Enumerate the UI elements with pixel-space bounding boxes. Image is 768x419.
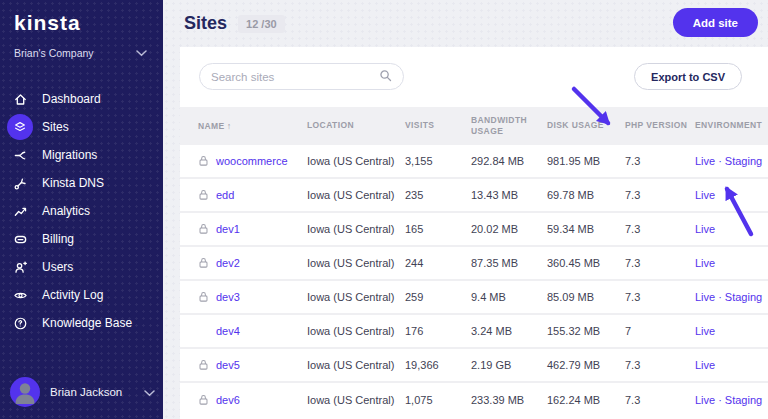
user-menu[interactable]: Brian Jackson xyxy=(10,377,155,407)
sites-card: Export to CSV Name↑ Location Visits Band… xyxy=(180,47,768,419)
staging-link[interactable]: Staging xyxy=(725,291,762,303)
environment-cell: Live xyxy=(695,223,760,235)
sidebar-item-billing[interactable]: Billing xyxy=(0,225,163,253)
table-row[interactable]: woocommerce Iowa (US Central) 3,155 292.… xyxy=(180,145,768,179)
sidebar-item-kinsta-dns[interactable]: Kinsta DNS xyxy=(0,169,163,197)
live-link[interactable]: Live xyxy=(695,291,715,303)
sidebar-nav: Dashboard Sites Migrations Kinsta DNS xyxy=(0,85,163,337)
sidebar-item-label: Billing xyxy=(42,232,74,246)
sidebar-item-analytics[interactable]: Analytics xyxy=(0,197,163,225)
visits-cell: 1,075 xyxy=(405,394,471,406)
column-header-php[interactable]: PHP Version xyxy=(625,120,695,131)
live-link[interactable]: Live xyxy=(695,257,715,269)
visits-cell: 235 xyxy=(405,189,471,201)
billing-icon xyxy=(7,226,33,252)
column-header-name[interactable]: Name↑ xyxy=(198,120,307,132)
sidebar-item-label: Knowledge Base xyxy=(42,316,132,330)
visits-cell: 3,155 xyxy=(405,155,471,167)
php-version-cell: 7.3 xyxy=(625,189,695,201)
php-version-cell: 7.3 xyxy=(625,223,695,235)
site-link[interactable]: dev3 xyxy=(216,291,240,303)
disk-cell: 162.24 MB xyxy=(547,394,625,406)
live-link[interactable]: Live xyxy=(695,359,715,371)
staging-link[interactable]: Staging xyxy=(725,155,762,167)
table-row[interactable]: dev1 Iowa (US Central) 165 20.02 MB 59.3… xyxy=(180,213,768,247)
company-name: Brian's Company xyxy=(14,47,94,59)
sidebar-item-activity-log[interactable]: Activity Log xyxy=(0,281,163,309)
table-row[interactable]: dev6 Iowa (US Central) 1,075 233.39 MB 1… xyxy=(180,383,768,417)
environment-cell: Live·Staging xyxy=(695,394,762,406)
lock-icon xyxy=(198,257,209,269)
disk-cell: 155.32 MB xyxy=(547,325,625,337)
table-row[interactable]: dev5 Iowa (US Central) 19,366 2.19 GB 46… xyxy=(180,349,768,383)
live-link[interactable]: Live xyxy=(695,223,715,235)
lock-icon xyxy=(198,223,209,235)
site-name-cell: dev4 xyxy=(198,325,307,337)
disk-cell: 981.95 MB xyxy=(547,155,625,167)
location-cell: Iowa (US Central) xyxy=(307,223,405,235)
sort-asc-icon: ↑ xyxy=(227,121,232,131)
chevron-down-icon xyxy=(144,383,155,401)
sidebar-item-dashboard[interactable]: Dashboard xyxy=(0,85,163,113)
table-row[interactable]: dev3 Iowa (US Central) 259 9.4 MB 85.09 … xyxy=(180,281,768,315)
column-header-environment[interactable]: Environment xyxy=(695,120,762,131)
sidebar-item-label: Migrations xyxy=(42,148,97,162)
staging-link[interactable]: Staging xyxy=(725,394,762,406)
environment-cell: Live xyxy=(695,257,760,269)
live-link[interactable]: Live xyxy=(695,394,715,406)
chevron-down-icon xyxy=(136,47,147,59)
add-site-button[interactable]: Add site xyxy=(673,8,758,37)
sidebar-item-knowledge-base[interactable]: Knowledge Base xyxy=(0,309,163,337)
site-link[interactable]: dev2 xyxy=(216,257,240,269)
dns-icon xyxy=(7,170,33,196)
export-csv-button[interactable]: Export to CSV xyxy=(634,63,742,90)
live-link[interactable]: Live xyxy=(695,189,715,201)
site-link[interactable]: dev6 xyxy=(216,394,240,406)
bandwidth-cell: 233.39 MB xyxy=(471,394,547,406)
column-header-location[interactable]: Location xyxy=(307,120,405,131)
environment-cell: Live xyxy=(695,325,760,337)
bandwidth-cell: 3.24 MB xyxy=(471,325,547,337)
php-version-cell: 7.3 xyxy=(625,257,695,269)
table-row[interactable]: dev4 Iowa (US Central) 176 3.24 MB 155.3… xyxy=(180,315,768,349)
user-name: Brian Jackson xyxy=(50,386,122,398)
kinsta-logo: Kinsta xyxy=(0,0,163,35)
table-header: Name↑ Location Visits Bandwidth Usage Di… xyxy=(180,107,768,145)
sidebar-item-label: Dashboard xyxy=(42,92,101,106)
analytics-icon xyxy=(7,198,33,224)
sidebar-item-migrations[interactable]: Migrations xyxy=(0,141,163,169)
mykinsta-dashboard: Kinsta Brian's Company Dashboard Sites xyxy=(0,0,768,419)
lock-icon xyxy=(198,359,209,371)
disk-cell: 59.34 MB xyxy=(547,223,625,235)
site-link[interactable]: woocommerce xyxy=(216,155,288,167)
live-link[interactable]: Live xyxy=(695,325,715,337)
table-row[interactable]: dev2 Iowa (US Central) 244 87.35 MB 360.… xyxy=(180,247,768,281)
home-icon xyxy=(7,86,33,112)
column-header-bandwidth[interactable]: Bandwidth Usage xyxy=(471,115,547,138)
migration-fork-icon xyxy=(7,142,33,168)
column-header-visits[interactable]: Visits xyxy=(405,120,471,131)
location-cell: Iowa (US Central) xyxy=(307,189,405,201)
site-link[interactable]: dev5 xyxy=(216,359,240,371)
page-title: Sites xyxy=(184,13,227,34)
sidebar-item-sites[interactable]: Sites xyxy=(0,113,163,141)
company-switcher[interactable]: Brian's Company xyxy=(0,35,163,59)
search-input[interactable] xyxy=(211,71,379,83)
sidebar-item-label: Kinsta DNS xyxy=(42,176,104,190)
live-link[interactable]: Live xyxy=(695,155,715,167)
table-row[interactable]: edd Iowa (US Central) 235 13.43 MB 69.78… xyxy=(180,179,768,213)
env-separator: · xyxy=(718,394,722,406)
question-icon xyxy=(7,310,33,336)
sidebar-item-label: Sites xyxy=(42,120,69,134)
sidebar-item-users[interactable]: Users xyxy=(0,253,163,281)
column-header-disk[interactable]: Disk Usage xyxy=(547,120,625,131)
environment-cell: Live·Staging xyxy=(695,155,762,167)
site-link[interactable]: dev4 xyxy=(216,325,240,337)
site-link[interactable]: edd xyxy=(216,189,234,201)
bandwidth-cell: 2.19 GB xyxy=(471,359,547,371)
main-content: Sites 12 /30 Add site Export to CSV Name… xyxy=(163,0,768,419)
eye-icon xyxy=(7,282,33,308)
site-name-cell: edd xyxy=(198,189,307,201)
site-link[interactable]: dev1 xyxy=(216,223,240,235)
search-box[interactable] xyxy=(199,63,404,90)
